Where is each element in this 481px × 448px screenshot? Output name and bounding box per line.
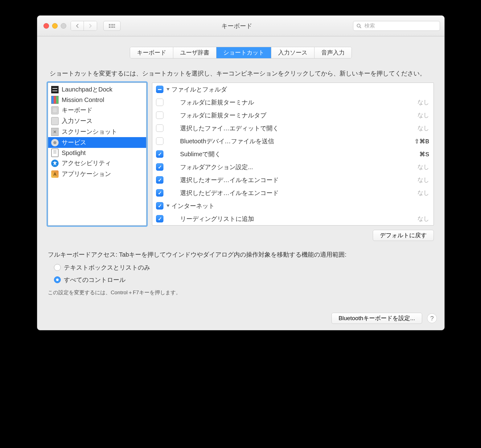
launchpad-icon: [51, 86, 59, 93]
search-input[interactable]: [364, 22, 437, 29]
restore-defaults-button[interactable]: デフォルトに戻す: [373, 230, 434, 241]
svg-line-1: [360, 27, 361, 28]
shortcut-key[interactable]: なし: [413, 215, 429, 223]
radio-icon: [54, 264, 61, 271]
shortcut-group-label: ファイルとフォルダ: [171, 85, 429, 94]
full-keyboard-access-title: フルキーボードアクセス: Tabキーを押してウインドウやダイアログ内の操作対象を…: [48, 250, 434, 259]
bluetooth-keyboard-setup-button[interactable]: Bluetoothキーボードを設定...: [331, 313, 422, 324]
services-icon: [51, 139, 59, 146]
checkbox[interactable]: [156, 86, 163, 93]
disclosure-triangle-icon[interactable]: [166, 88, 170, 91]
category-label: アクセシビリティ: [62, 159, 111, 167]
shortcut-label: 選択したファイ…エディットで開く: [180, 124, 413, 132]
tab-dictation[interactable]: 音声入力: [314, 47, 352, 58]
back-button[interactable]: [71, 21, 84, 31]
shortcut-key[interactable]: ⇧⌘B: [410, 138, 429, 145]
checkbox[interactable]: [156, 124, 163, 132]
shortcut-row[interactable]: フォルダアクション設定...なし: [152, 161, 434, 173]
category-launchpad[interactable]: LaunchpadとDock: [48, 84, 146, 95]
category-inputsources[interactable]: 入力ソース: [48, 116, 146, 126]
shortcut-row[interactable]: Sublimeで開く⌘S: [152, 148, 434, 161]
radio-icon: [54, 276, 61, 283]
shortcut-key[interactable]: なし: [413, 163, 429, 171]
tab-keyboard[interactable]: キーボード: [130, 47, 173, 58]
search-icon: [356, 23, 361, 28]
apps-icon: [51, 170, 59, 178]
shortcut-group-label: インターネット: [171, 202, 429, 210]
tab-shortcuts[interactable]: ショートカット: [216, 47, 271, 58]
shortcut-label: 選択したビデオ…イルをエンコード: [180, 189, 413, 197]
shortcut-row[interactable]: フォルダに新規ターミナルなし: [152, 96, 434, 109]
checkbox[interactable]: [156, 215, 163, 222]
category-apps[interactable]: アプリケーション: [48, 169, 146, 179]
instructions-text: ショートカットを変更するには、ショートカットを選択し、キーコンビネーションをクリ…: [50, 68, 432, 78]
category-accessibility[interactable]: アクセシビリティ: [48, 158, 146, 169]
shortcut-row[interactable]: リーディングリストに追加なし: [152, 212, 434, 225]
checkbox[interactable]: [156, 189, 163, 197]
shortcut-label: 選択したオーデ…イルをエンコード: [180, 176, 413, 184]
shortcut-row[interactable]: フォルダに新規ターミナルタブなし: [152, 109, 434, 122]
close-window-button[interactable]: [43, 23, 49, 29]
minimize-window-button[interactable]: [52, 23, 58, 29]
help-button[interactable]: ?: [427, 313, 437, 323]
shortcut-row[interactable]: 選択したオーデ…イルをエンコードなし: [152, 173, 434, 186]
shortcut-key[interactable]: なし: [413, 111, 429, 119]
traffic-lights: [42, 23, 66, 29]
category-label: アプリケーション: [62, 170, 111, 178]
category-label: Spotlight: [62, 149, 86, 157]
shortcut-key[interactable]: なし: [413, 189, 429, 197]
input-icon: [51, 117, 59, 125]
window-toolbar: キーボード: [37, 16, 444, 36]
screenshot-icon: [51, 128, 59, 136]
keyboard-icon: [51, 106, 59, 114]
shortcut-key[interactable]: なし: [413, 176, 429, 184]
full-keyboard-access-hint: この設定を変更するには、Control＋F7キーを押します。: [48, 288, 434, 297]
shortcut-group-row[interactable]: ファイルとフォルダ: [152, 83, 434, 96]
category-spotlight[interactable]: Spotlight: [48, 148, 146, 158]
shortcut-label: フォルダアクション設定...: [180, 163, 413, 171]
search-field-container[interactable]: [353, 21, 440, 31]
category-list[interactable]: LaunchpadとDockMission Controlキーボード入力ソースス…: [48, 83, 146, 226]
shortcut-row[interactable]: 選択したファイ…エディットで開くなし: [152, 122, 434, 135]
checkbox[interactable]: [156, 137, 163, 145]
shortcut-label: フォルダに新規ターミナルタブ: [180, 111, 413, 120]
shortcut-list[interactable]: ファイルとフォルダフォルダに新規ターミナルなしフォルダに新規ターミナルタブなし選…: [152, 83, 434, 226]
tab-userdict[interactable]: ユーザ辞書: [173, 47, 216, 58]
keyboard-access-radio-0[interactable]: テキストボックスとリストのみ: [54, 263, 434, 272]
tab-inputsrc[interactable]: 入力ソース: [271, 47, 314, 58]
category-label: キーボード: [62, 106, 92, 114]
checkbox[interactable]: [156, 202, 163, 210]
category-label: スクリーンショット: [62, 128, 117, 136]
category-screenshot[interactable]: スクリーンショット: [48, 126, 146, 137]
checkbox[interactable]: [156, 150, 163, 158]
system-preferences-window: キーボード キーボードユーザ辞書ショートカット入力ソース音声入力 ショートカット…: [37, 15, 445, 330]
shortcut-group-row[interactable]: インターネット: [152, 199, 434, 212]
shortcut-label: フォルダに新規ターミナル: [180, 98, 413, 107]
zoom-window-button[interactable]: [61, 23, 66, 29]
shortcut-row[interactable]: 選択したビデオ…イルをエンコードなし: [152, 186, 434, 199]
keyboard-access-radio-1[interactable]: すべてのコントロール: [54, 275, 434, 285]
checkbox[interactable]: [156, 112, 163, 119]
category-label: Mission Control: [62, 96, 104, 104]
category-services[interactable]: サービス: [48, 137, 146, 148]
checkbox[interactable]: [156, 163, 163, 171]
disclosure-triangle-icon[interactable]: [166, 205, 170, 207]
shortcut-row[interactable]: Bluetoothデバイ…ファイルを送信⇧⌘B: [152, 135, 434, 148]
show-all-prefs-button[interactable]: [103, 21, 121, 31]
shortcut-key[interactable]: なし: [413, 98, 429, 106]
spotlight-icon: [51, 149, 59, 157]
svg-point-0: [357, 24, 360, 27]
category-keyboard[interactable]: キーボード: [48, 105, 146, 116]
checkbox[interactable]: [156, 176, 163, 184]
radio-label: テキストボックスとリストのみ: [64, 263, 150, 272]
category-label: 入力ソース: [62, 117, 92, 125]
shortcut-label: Sublimeで開く: [180, 150, 415, 158]
forward-button[interactable]: [84, 21, 97, 31]
checkbox[interactable]: [156, 99, 163, 106]
shortcut-key[interactable]: ⌘S: [415, 151, 429, 158]
category-mission[interactable]: Mission Control: [48, 95, 146, 105]
pref-tabs: キーボードユーザ辞書ショートカット入力ソース音声入力: [48, 47, 434, 59]
grid-icon: [109, 24, 115, 28]
shortcut-key[interactable]: なし: [413, 124, 429, 132]
category-label: LaunchpadとDock: [62, 85, 113, 94]
